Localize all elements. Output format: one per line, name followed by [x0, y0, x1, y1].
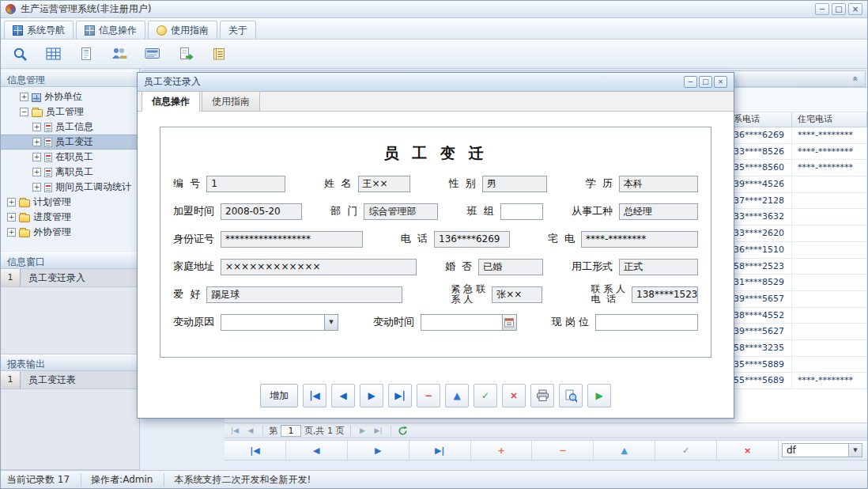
collapse-up-icon[interactable]: « — [849, 73, 861, 85]
team-input[interactable] — [500, 203, 543, 220]
tree-item[interactable]: +离职员工 — [1, 165, 139, 180]
preview-button[interactable] — [559, 384, 583, 408]
section-header-info-window[interactable]: 信息窗口 — [1, 252, 139, 269]
dialog-maximize-button[interactable]: □ — [699, 76, 712, 88]
run-button[interactable]: ▶ — [587, 384, 611, 408]
tree-item[interactable]: +在职员工 — [1, 150, 139, 165]
prev-button[interactable]: ◀ — [331, 384, 355, 408]
expand-icon[interactable]: + — [32, 168, 41, 176]
dialog-titlebar[interactable]: 员工变迁录入 − □ × — [138, 73, 734, 92]
minimize-button[interactable]: − — [815, 3, 829, 15]
tree-item[interactable]: +进度管理 — [1, 210, 139, 225]
chevron-down-icon[interactable]: ▼ — [848, 444, 862, 457]
prev-button[interactable]: ◀ — [286, 441, 348, 460]
add-button[interactable]: + — [471, 441, 533, 460]
marital-input[interactable]: 已婚 — [478, 259, 543, 275]
page-prev-button[interactable]: ◀ — [244, 425, 257, 437]
expand-icon[interactable]: + — [32, 153, 41, 161]
collapse-icon[interactable]: − — [20, 108, 28, 116]
hobby-input[interactable]: 踢足球 — [206, 286, 402, 303]
expand-icon[interactable]: + — [32, 183, 41, 191]
page-last-button[interactable]: ▶| — [372, 425, 385, 437]
menu-tab-info-ops[interactable]: 信息操作 — [76, 21, 145, 39]
section-title: 信息窗口 — [7, 256, 45, 267]
next-button[interactable]: ▶ — [348, 441, 409, 460]
print-button[interactable] — [530, 384, 554, 408]
close-button[interactable]: × — [848, 3, 862, 15]
panel-icon[interactable] — [142, 43, 164, 65]
expand-icon[interactable]: + — [32, 138, 41, 146]
confirm-button[interactable]: ✓ — [474, 384, 497, 408]
expand-icon[interactable]: + — [20, 93, 28, 101]
change-time-input[interactable] — [421, 314, 503, 331]
join-date-input[interactable]: 2008-05-20 — [221, 203, 302, 220]
restore-button[interactable]: □ — [832, 3, 846, 15]
page-first-button[interactable]: |◀ — [228, 425, 241, 437]
first-button[interactable]: |◀ — [225, 441, 286, 460]
emp-name-input[interactable]: 王×× — [358, 176, 410, 192]
last-button[interactable]: ▶| — [409, 441, 471, 460]
tree-item[interactable]: +外协管理 — [1, 225, 139, 240]
address-input[interactable]: ×××××××××××× — [221, 259, 417, 275]
delete-button[interactable]: − — [417, 384, 440, 408]
page-next-button[interactable]: ▶ — [357, 425, 369, 437]
df-dropdown[interactable]: df ▼ — [782, 443, 862, 457]
tree-item[interactable]: −员工管理 — [1, 104, 139, 119]
confirm-button[interactable]: ✓ — [655, 441, 717, 460]
menu-tab-system-nav[interactable]: 系统导航 — [4, 21, 74, 39]
add-icon: + — [497, 445, 504, 456]
education-input[interactable]: 本科 — [619, 176, 698, 192]
menu-tab-about[interactable]: 关于 — [220, 21, 256, 39]
expand-icon[interactable]: + — [32, 123, 41, 131]
up-button[interactable]: ▲ — [445, 384, 469, 408]
contact-phone-input[interactable]: 138****1523 — [632, 286, 698, 303]
tree-item[interactable]: +期间员工调动统计 — [1, 180, 139, 195]
phone-input[interactable]: 136****6269 — [434, 231, 510, 248]
users-icon[interactable] — [108, 43, 130, 65]
list-item[interactable]: 1员工变迁表 — [1, 371, 139, 389]
section-header-report-output[interactable]: 报表输出 — [1, 354, 139, 371]
change-reason-input[interactable] — [221, 314, 325, 331]
current-position-input[interactable] — [595, 314, 698, 331]
up-button[interactable]: ▲ — [594, 441, 655, 460]
add-button[interactable]: 增加 — [260, 384, 298, 408]
search-icon[interactable] — [9, 43, 31, 65]
dialog-tab[interactable]: 使用指南 — [202, 91, 260, 111]
last-button[interactable]: ▶| — [388, 384, 412, 408]
expand-icon[interactable]: + — [7, 228, 16, 237]
expand-icon[interactable]: + — [7, 198, 16, 207]
dialog-close-button[interactable]: × — [714, 76, 727, 88]
column-header[interactable]: 住宅电话 — [792, 112, 867, 127]
document-icon[interactable] — [75, 43, 97, 65]
refresh-icon[interactable] — [397, 424, 409, 437]
calendar-icon[interactable] — [503, 314, 517, 331]
cancel-button[interactable]: × — [717, 441, 779, 460]
job-type-input[interactable]: 总经理 — [619, 203, 698, 220]
first-button[interactable]: |◀ — [303, 384, 326, 408]
dialog-minimize-button[interactable]: − — [684, 76, 697, 88]
home-phone-input[interactable]: ****-******** — [581, 231, 698, 248]
id-card-input[interactable]: ****************** — [221, 231, 363, 248]
tree-item[interactable]: +员工变迁 — [1, 135, 139, 150]
next-button[interactable]: ▶ — [360, 384, 383, 408]
cancel-button[interactable]: × — [502, 384, 526, 408]
emergency-contact-input[interactable]: 张×× — [492, 286, 542, 303]
tree-item[interactable]: +计划管理 — [1, 195, 139, 210]
emp-no-input[interactable]: 1 — [206, 176, 285, 192]
expand-icon[interactable]: + — [7, 213, 16, 222]
export-icon[interactable] — [175, 43, 197, 65]
department-input[interactable]: 综合管理部 — [364, 203, 438, 220]
notes-icon[interactable] — [208, 43, 230, 65]
tree-item[interactable]: +外协单位 — [1, 89, 139, 104]
page-number-input[interactable]: 1 — [281, 425, 301, 437]
employment-input[interactable]: 正式 — [619, 259, 698, 275]
dialog-tab[interactable]: 信息操作 — [142, 91, 200, 112]
table-icon[interactable] — [42, 43, 64, 65]
dropdown-arrow-icon[interactable]: ▼ — [325, 314, 338, 331]
gender-input[interactable]: 男 — [482, 176, 547, 192]
list-item[interactable]: 1员工变迁录入 — [1, 269, 139, 287]
tree-item[interactable]: +员工信息 — [1, 119, 139, 135]
remove-button[interactable]: − — [532, 441, 594, 460]
menu-tab-guide[interactable]: 使用指南 — [148, 21, 217, 39]
section-header-info-mgmt[interactable]: 信息管理 — [1, 70, 139, 87]
